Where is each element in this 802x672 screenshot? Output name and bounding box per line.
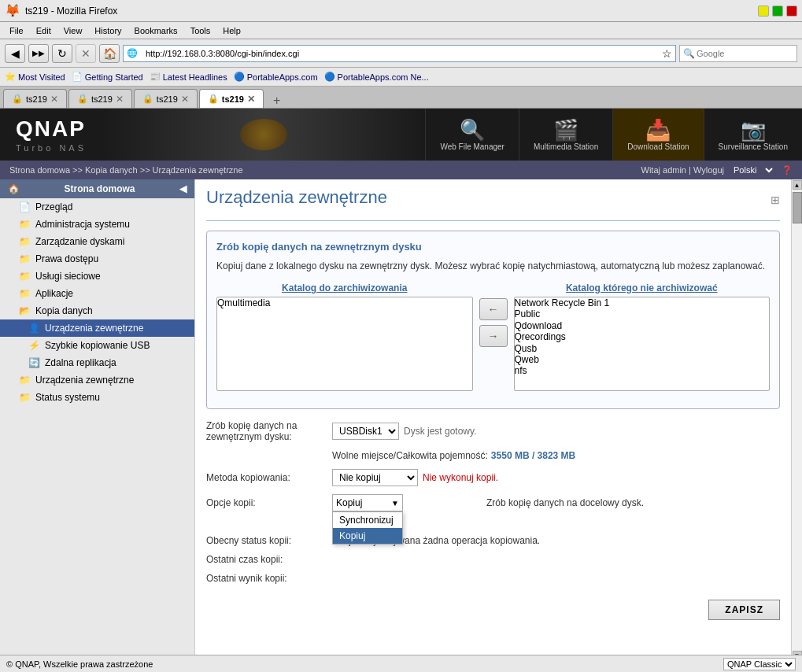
menu-tools[interactable]: Tools	[184, 24, 217, 37]
nav-multimedia-station[interactable]: 🎬 Multimedia Station	[519, 109, 612, 161]
scrollbar-v[interactable]: ▲ ▼	[791, 179, 802, 661]
options-dropdown-trigger[interactable]: Kopiuj ▼	[332, 494, 403, 511]
form-section: Zrób kopię danych na zewnętrznym dysku: …	[206, 420, 780, 628]
scroll-thumb[interactable]	[793, 192, 802, 223]
expand-icon[interactable]: ⊞	[771, 194, 780, 206]
tab-1[interactable]: 🔒 ts219 ✕	[68, 89, 132, 108]
language-select[interactable]: Polski English	[730, 164, 775, 175]
no-archive-listbox[interactable]: Network Recycle Bin 1 Public Qdownload Q…	[514, 297, 771, 391]
search-input[interactable]	[697, 49, 793, 58]
help-icon[interactable]: ❓	[782, 165, 793, 175]
theme-section: QNAP Classic	[723, 658, 796, 670]
no-archive-item-3[interactable]: Qrecordings	[515, 331, 770, 342]
tab-close-3[interactable]: ✕	[247, 94, 255, 105]
no-archive-label: Katalog którego nie archiwizować	[514, 282, 771, 294]
home-icon: 🏠	[8, 183, 20, 194]
no-archive-item-1[interactable]: Public	[515, 308, 770, 319]
refresh-button[interactable]: ↻	[52, 44, 72, 63]
sidebar-item-uslugi[interactable]: 📁 Usługi sieciowe	[0, 268, 194, 285]
sidebar-item-aplikacje[interactable]: 📁 Aplikacje	[0, 285, 194, 302]
qnap-logo-sub: Turbo NAS	[16, 143, 87, 153]
method-value: Nie kopiuj Kopiuj raz Automatycznie Nie …	[332, 469, 780, 486]
sidebar-item-dyski[interactable]: 📁 Zarządzanie dyskami	[0, 233, 194, 250]
sidebar-item-kopia[interactable]: 📂 Kopia danych	[0, 302, 194, 319]
bookmark-portableapps2[interactable]: 🔵 PortableApps.com Ne...	[324, 72, 429, 82]
tab-close-2[interactable]: ✕	[181, 94, 189, 105]
sidebar-collapse-icon[interactable]: ◀	[179, 183, 187, 194]
archive-listbox[interactable]: Qmultimedia	[216, 297, 473, 391]
tab-close-0[interactable]: ✕	[50, 94, 58, 105]
section-title: Zrób kopię danych na zewnętrznym dysku	[216, 241, 770, 253]
option-kopiuj[interactable]: Kopiuj	[333, 528, 402, 544]
star-icon[interactable]: ☆	[662, 47, 672, 60]
url-input[interactable]	[141, 46, 662, 61]
menu-history[interactable]: History	[88, 24, 128, 37]
move-right-btn[interactable]: →	[479, 325, 508, 347]
theme-select[interactable]: QNAP Classic	[723, 658, 796, 670]
tab-icon-3: 🔒	[208, 94, 219, 104]
administracja-icon: 📁	[19, 219, 31, 230]
main-layout: 🏠 Strona domowa ◀ 📄 Przegląd 📁 Administr…	[0, 179, 802, 661]
capacity-value: 3550 MB / 3823 MB	[491, 450, 575, 461]
sidebar-item-status[interactable]: 📁 Status systemu	[0, 389, 194, 406]
menu-file[interactable]: File	[3, 24, 30, 37]
sidebar-item-urzadzenia-ext[interactable]: 👤 Urządzenia zewnętrzne	[0, 319, 194, 337]
menu-help[interactable]: Help	[216, 24, 247, 37]
dyski-icon: 📁	[19, 236, 31, 247]
menu-edit[interactable]: Edit	[30, 24, 57, 37]
options-value: Kopiuj ▼ Synchronizuj Kopiuj Zrób kopię …	[332, 494, 780, 511]
tab-0[interactable]: 🔒 ts219 ✕	[3, 89, 67, 108]
bookmark-portableapps[interactable]: 🔵 PortableApps.com	[234, 72, 318, 82]
minimize-btn[interactable]	[758, 6, 769, 17]
bookmark-getting-started[interactable]: 📄 Getting Started	[72, 72, 143, 82]
home-button[interactable]: 🏠	[99, 44, 120, 63]
bookmark-most-visited[interactable]: ⭐ Most Visited	[5, 72, 65, 82]
no-archive-item-5[interactable]: Qweb	[515, 354, 770, 365]
tab-icon-2: 🔒	[142, 94, 153, 104]
nav-download-station[interactable]: 📥 Download Station	[612, 109, 703, 161]
back-button[interactable]: ◀	[5, 44, 25, 63]
option-synchronizuj[interactable]: Synchronizuj	[333, 512, 402, 528]
archive-col: Katalog do zarchiwizowania Qmultimedia	[216, 282, 473, 391]
qnap-header: QNAP Turbo NAS 🔍 Web File Manager 🎬 Mult…	[0, 109, 802, 161]
sidebar-item-urzadzenia[interactable]: 📁 Urządzenia zewnętrzne	[0, 371, 194, 389]
sidebar-item-usb[interactable]: ⚡ Szybkie kopiowanie USB	[0, 337, 194, 354]
status-bar: © QNAP, Wszelkie prawa zastrzeżone QNAP …	[0, 655, 802, 672]
nav-web-file-manager[interactable]: 🔍 Web File Manager	[425, 109, 519, 161]
stop-button[interactable]: ✕	[76, 44, 96, 63]
bookmark-icon-4: 🔵	[324, 72, 335, 82]
no-archive-item-4[interactable]: Qusb	[515, 343, 770, 354]
sidebar-item-replikacja[interactable]: 🔄 Zdalna replikacja	[0, 354, 194, 371]
sidebar-item-prawa[interactable]: 📁 Prawa dostępu	[0, 250, 194, 268]
no-archive-col: Katalog którego nie archiwizować Network…	[514, 282, 771, 391]
no-archive-item-2[interactable]: Qdownload	[515, 320, 770, 331]
menu-view[interactable]: View	[57, 24, 89, 37]
no-archive-item-0[interactable]: Network Recycle Bin 1	[515, 297, 770, 308]
sidebar-item-administracja[interactable]: 📁 Administracja systemu	[0, 216, 194, 233]
move-left-btn[interactable]: ←	[479, 298, 508, 320]
tab-3[interactable]: 🔒 ts219 ✕	[199, 89, 264, 108]
method-label: Metoda kopiowania:	[206, 472, 332, 483]
save-button[interactable]: ZAPISZ	[708, 600, 780, 620]
tab-2[interactable]: 🔒 ts219 ✕	[134, 89, 198, 108]
content-wrapper: Urządzenia zewnętrzne ⊞ Zrób kopię danyc…	[195, 179, 802, 661]
last-time-label: Ostatni czas kopii:	[206, 554, 332, 565]
bookmarks-bar: ⭐ Most Visited 📄 Getting Started 📰 Lates…	[0, 68, 802, 87]
no-archive-item-6[interactable]: nfs	[515, 365, 770, 376]
kopia-icon: 📂	[19, 305, 31, 316]
disk-select[interactable]: USBDisk1	[332, 423, 399, 440]
bookmark-latest-headlines[interactable]: 📰 Latest Headlines	[150, 72, 227, 82]
save-btn-row: ZAPISZ	[206, 592, 780, 628]
maximize-btn[interactable]	[772, 6, 783, 17]
method-select[interactable]: Nie kopiuj Kopiuj raz Automatycznie	[332, 469, 418, 486]
tab-close-1[interactable]: ✕	[116, 94, 124, 105]
archive-item-0[interactable]: Qmultimedia	[217, 297, 472, 308]
sidebar-item-przeglad[interactable]: 📄 Przegląd	[0, 198, 194, 216]
new-tab-btn[interactable]: +	[268, 94, 285, 108]
close-btn[interactable]	[786, 6, 797, 17]
page-title: Urządzenia zewnętrzne	[206, 187, 387, 212]
forward-button[interactable]: ▶▶	[28, 44, 49, 63]
nav-surveillance-station[interactable]: 📷 Surveillance Station	[704, 109, 802, 161]
scroll-up-btn[interactable]: ▲	[793, 180, 802, 190]
menu-bookmarks[interactable]: Bookmarks	[128, 24, 184, 37]
